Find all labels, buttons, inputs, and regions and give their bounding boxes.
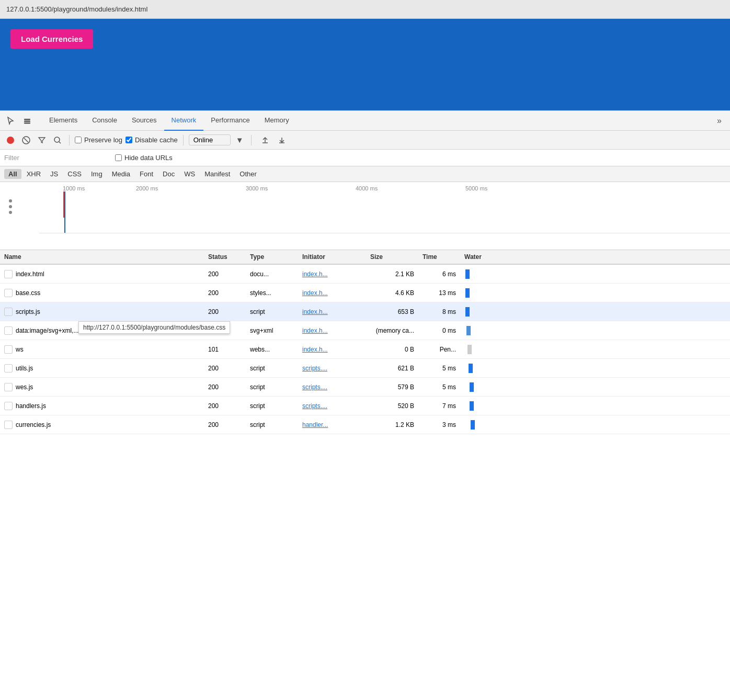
- row-initiator-6[interactable]: scripts....: [298, 383, 366, 391]
- col-header-name[interactable]: Name: [0, 250, 204, 264]
- row-checkbox-7[interactable]: [4, 402, 13, 410]
- filter-input[interactable]: [4, 154, 109, 162]
- row-waterfall-7: [460, 401, 730, 411]
- row-time-1: 13 ms: [418, 289, 460, 297]
- timeline-dot: [9, 199, 12, 202]
- cursor-icon[interactable]: [4, 115, 17, 127]
- svg-rect-1: [24, 120, 30, 122]
- type-filter-js[interactable]: JS: [46, 169, 62, 179]
- hide-data-urls-checkbox[interactable]: [115, 154, 122, 161]
- filter-icon[interactable]: [36, 135, 48, 145]
- type-filter-img[interactable]: Img: [87, 169, 107, 179]
- download-icon[interactable]: [276, 135, 288, 145]
- row-initiator-4[interactable]: index.h...: [298, 346, 366, 353]
- col-header-initiator[interactable]: Initiator: [298, 250, 366, 264]
- row-initiator-2[interactable]: index.h...: [298, 308, 366, 315]
- row-checkbox-3[interactable]: [4, 326, 13, 335]
- col-header-time[interactable]: Time: [418, 250, 460, 264]
- row-checkbox-2[interactable]: [4, 308, 13, 316]
- timeline-canvas: [8, 191, 730, 233]
- col-header-size[interactable]: Size: [366, 250, 418, 264]
- type-filter-all[interactable]: All: [4, 169, 21, 179]
- row-checkbox-4[interactable]: [4, 345, 13, 354]
- table-row[interactable]: handlers.js 200 script scripts.... 520 B…: [0, 397, 730, 415]
- search-icon[interactable]: [51, 135, 64, 145]
- row-status-2: 200: [204, 308, 246, 315]
- row-checkbox-8[interactable]: [4, 421, 13, 429]
- type-filter-doc[interactable]: Doc: [158, 169, 179, 179]
- row-initiator-7[interactable]: scripts....: [298, 402, 366, 410]
- tab-console[interactable]: Console: [85, 111, 124, 131]
- timeline-label-0: 1000 ms: [31, 185, 136, 191]
- row-time-8: 3 ms: [418, 421, 460, 428]
- type-filter-media[interactable]: Media: [108, 169, 134, 179]
- table-row[interactable]: index.html 200 docu... index.h... 2.1 KB…: [0, 265, 730, 284]
- row-initiator-0[interactable]: index.h...: [298, 270, 366, 278]
- table-row[interactable]: utils.js 200 script scripts.... 621 B 5 …: [0, 359, 730, 378]
- table-row[interactable]: base.css 200 styles... index.h... 4.6 KB…: [0, 284, 730, 302]
- row-type-3: svg+xml: [246, 327, 298, 334]
- hide-data-urls-label[interactable]: Hide data URLs: [115, 154, 173, 162]
- clear-button[interactable]: [20, 135, 32, 145]
- row-status-5: 200: [204, 365, 246, 372]
- row-name-5: utils.js: [0, 364, 204, 372]
- row-time-7: 7 ms: [418, 402, 460, 410]
- row-type-0: docu...: [246, 270, 298, 278]
- row-name-8: currencies.js: [0, 421, 204, 429]
- col-header-status[interactable]: Status: [204, 250, 246, 264]
- tab-sources[interactable]: Sources: [124, 111, 164, 131]
- tab-network[interactable]: Network: [164, 111, 204, 131]
- table-row[interactable]: wes.js 200 script scripts.... 579 B 5 ms: [0, 378, 730, 397]
- tab-elements[interactable]: Elements: [42, 111, 85, 131]
- disable-cache-checkbox[interactable]: [126, 137, 132, 143]
- row-type-2: script: [246, 308, 298, 315]
- row-status-7: 200: [204, 402, 246, 410]
- timeline-dots: [9, 199, 12, 214]
- type-filter-css[interactable]: CSS: [63, 169, 86, 179]
- table-row[interactable]: ws 101 webs... index.h... 0 B Pen...: [0, 340, 730, 359]
- row-name-4: ws: [0, 345, 204, 354]
- row-initiator-3[interactable]: index.h...: [298, 327, 366, 334]
- svg-rect-2: [24, 122, 30, 124]
- row-initiator-5[interactable]: scripts....: [298, 365, 366, 372]
- row-checkbox-0[interactable]: [4, 270, 13, 278]
- preserve-log-checkbox[interactable]: [75, 137, 82, 143]
- row-checkbox-6[interactable]: [4, 383, 13, 391]
- load-currencies-button[interactable]: Load Currencies: [10, 29, 93, 49]
- row-type-8: script: [246, 421, 298, 428]
- more-tabs-icon[interactable]: »: [713, 114, 726, 128]
- type-filter-other[interactable]: Other: [235, 169, 261, 179]
- toolbar-divider-3: [251, 135, 252, 145]
- type-filter-ws[interactable]: WS: [180, 169, 199, 179]
- type-filter-manifest[interactable]: Manifest: [200, 169, 234, 179]
- svg-line-7: [59, 142, 61, 143]
- layers-icon[interactable]: [21, 115, 33, 127]
- col-header-waterfall[interactable]: Water: [460, 250, 730, 264]
- row-checkbox-5[interactable]: [4, 364, 13, 372]
- preserve-log-label[interactable]: Preserve log: [75, 136, 122, 144]
- row-name-2: scripts.js: [0, 308, 204, 316]
- col-header-type[interactable]: Type: [246, 250, 298, 264]
- disable-cache-label[interactable]: Disable cache: [126, 136, 178, 144]
- upload-icon[interactable]: [259, 135, 271, 145]
- table-row[interactable]: currencies.js 200 script handler... 1.2 …: [0, 415, 730, 434]
- table-row[interactable]: scripts.js 200 script index.h... 653 B 8…: [0, 302, 730, 321]
- row-name-7: handlers.js: [0, 402, 204, 410]
- row-time-5: 5 ms: [418, 365, 460, 372]
- svg-point-3: [7, 137, 14, 144]
- row-initiator-1[interactable]: index.h...: [298, 289, 366, 297]
- type-filter-font[interactable]: Font: [135, 169, 157, 179]
- record-button[interactable]: [4, 135, 17, 145]
- throttle-select[interactable]: Online Fast 3G Slow 3G Offline: [189, 134, 231, 145]
- row-name-1: base.css: [0, 289, 204, 297]
- timeline-dot: [9, 211, 12, 214]
- row-initiator-8[interactable]: handler...: [298, 421, 366, 428]
- timeline-marker-line: [64, 191, 65, 233]
- row-waterfall-0: [460, 269, 730, 279]
- tab-performance[interactable]: Performance: [203, 111, 257, 131]
- svg-point-6: [54, 137, 60, 142]
- throttle-arrow-icon[interactable]: ▼: [234, 134, 246, 145]
- tab-memory[interactable]: Memory: [257, 111, 296, 131]
- row-checkbox-1[interactable]: [4, 289, 13, 297]
- type-filter-xhr[interactable]: XHR: [22, 169, 45, 179]
